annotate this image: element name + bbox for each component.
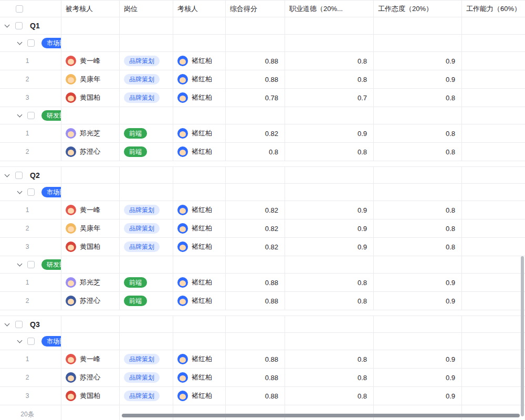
position-cell[interactable]: 品牌策划 (120, 52, 173, 70)
table-row[interactable]: 1 黄一峰 品牌策划 褚红柏 0.88 0.8 0.9 (0, 350, 525, 369)
chevron-down-icon[interactable] (5, 172, 10, 177)
chevron-down-icon[interactable] (17, 261, 23, 267)
score-cell[interactable]: 0.88 (226, 369, 285, 386)
ethics-cell[interactable]: 0.8 (285, 143, 374, 161)
position-cell[interactable]: 品牌策划 (120, 369, 173, 386)
ethics-cell[interactable]: 0.8 (285, 387, 374, 405)
assessee-cell[interactable]: 郑光芝 (61, 274, 120, 291)
table-row[interactable]: 2 吴康年 品牌策划 褚红柏 0.82 0.9 0.8 (0, 219, 525, 238)
assessor-cell[interactable]: 褚红柏 (173, 369, 226, 386)
ability-cell[interactable] (462, 201, 525, 219)
column-header-assessor[interactable]: 考核人 (173, 1, 226, 17)
table-row[interactable]: 2 苏澄心 品牌策划 褚红柏 0.88 0.8 0.9 (0, 369, 525, 387)
score-cell[interactable]: 0.88 (226, 292, 285, 310)
table-row[interactable]: 2 苏澄心 前端 褚红柏 0.88 0.8 0.9 (0, 292, 525, 310)
attitude-cell[interactable]: 0.9 (374, 274, 462, 291)
table-row[interactable]: 3 黄国柏 品牌策划 褚红柏 0.78 0.7 0.8 (0, 89, 525, 107)
position-cell[interactable]: 品牌策划 (120, 70, 173, 88)
score-cell[interactable]: 0.82 (226, 238, 285, 256)
ethics-cell[interactable]: 0.7 (285, 89, 374, 107)
ability-cell[interactable] (462, 219, 525, 237)
assessor-cell[interactable]: 褚红柏 (173, 292, 226, 310)
score-cell[interactable]: 0.88 (226, 350, 285, 368)
subgroup-row-rnd[interactable]: 研发部 (0, 107, 525, 124)
score-cell[interactable]: 0.88 (226, 52, 285, 70)
subgroup-checkbox[interactable] (27, 338, 35, 345)
table-row[interactable]: 3 黄国柏 品牌策划 褚红柏 0.82 0.9 0.8 (0, 238, 525, 256)
attitude-cell[interactable]: 0.8 (374, 201, 462, 219)
attitude-cell[interactable]: 0.9 (374, 369, 462, 386)
ethics-cell[interactable]: 0.9 (285, 219, 374, 237)
ability-cell[interactable] (462, 143, 525, 161)
table-row[interactable]: 1 黄一峰 品牌策划 褚红柏 0.88 0.8 0.9 (0, 52, 525, 70)
subgroup-row-rnd[interactable]: 研发部 (0, 256, 525, 274)
group-checkbox[interactable] (15, 321, 23, 328)
position-cell[interactable]: 品牌策划 (120, 350, 173, 368)
chevron-down-icon[interactable] (17, 40, 23, 45)
ethics-cell[interactable]: 0.8 (285, 369, 374, 386)
assessee-cell[interactable]: 黄一峰 (61, 350, 120, 368)
score-cell[interactable]: 0.82 (226, 201, 285, 219)
ability-cell[interactable] (462, 52, 525, 70)
ability-cell[interactable] (462, 350, 525, 368)
position-cell[interactable]: 前端 (120, 274, 173, 291)
group-checkbox[interactable] (15, 172, 23, 179)
assessee-cell[interactable]: 黄国柏 (61, 387, 120, 405)
assessee-cell[interactable]: 苏澄心 (61, 369, 120, 386)
score-cell[interactable]: 0.8 (226, 143, 285, 161)
column-header-assessee[interactable]: 被考核人 (61, 1, 120, 17)
ethics-cell[interactable]: 0.9 (285, 238, 374, 256)
attitude-cell[interactable]: 0.9 (374, 52, 462, 70)
assessor-cell[interactable]: 褚红柏 (173, 143, 226, 161)
subgroup-checkbox[interactable] (27, 261, 35, 268)
table-row[interactable]: 1 郑光芝 前端 褚红柏 0.88 0.8 0.9 (0, 274, 525, 292)
column-header-score[interactable]: 综合得分 (226, 1, 285, 17)
column-header-ability[interactable]: 工作能力（60%） (462, 1, 525, 17)
attitude-cell[interactable]: 0.8 (374, 219, 462, 237)
attitude-cell[interactable]: 0.8 (374, 89, 462, 107)
subgroup-row-marketing[interactable]: 市场部 (0, 333, 525, 350)
assessee-cell[interactable]: 吴康年 (61, 70, 120, 88)
subgroup-checkbox[interactable] (27, 112, 35, 119)
group-checkbox[interactable] (15, 22, 23, 29)
score-cell[interactable]: 0.82 (226, 219, 285, 237)
column-header-position[interactable]: 岗位 (120, 1, 173, 17)
attitude-cell[interactable]: 0.9 (374, 70, 462, 88)
table-row[interactable]: 2 吴康年 品牌策划 褚红柏 0.88 0.8 0.9 (0, 70, 525, 89)
assessee-cell[interactable]: 黄国柏 (61, 89, 120, 107)
position-cell[interactable]: 品牌策划 (120, 387, 173, 405)
group-row-q1[interactable]: Q1 (0, 17, 525, 35)
subgroup-checkbox[interactable] (27, 188, 35, 196)
assessor-cell[interactable]: 褚红柏 (173, 201, 226, 219)
position-cell[interactable]: 前端 (120, 292, 173, 310)
score-cell[interactable]: 0.88 (226, 70, 285, 88)
table-row[interactable]: 3 黄国柏 品牌策划 褚红柏 0.88 0.8 0.9 (0, 387, 525, 405)
chevron-down-icon[interactable] (17, 189, 23, 194)
score-cell[interactable]: 0.88 (226, 274, 285, 291)
assessor-cell[interactable]: 褚红柏 (173, 238, 226, 256)
score-cell[interactable]: 0.78 (226, 89, 285, 107)
subgroup-checkbox[interactable] (27, 39, 35, 47)
subgroup-row-marketing[interactable]: 市场部 (0, 35, 525, 52)
table-row[interactable]: 2 苏澄心 前端 褚红柏 0.8 0.8 0.8 (0, 143, 525, 161)
assessee-cell[interactable]: 吴康年 (61, 219, 120, 237)
assessor-cell[interactable]: 褚红柏 (173, 52, 226, 70)
assessee-cell[interactable]: 郑光芝 (61, 124, 120, 142)
group-row-q3[interactable]: Q3 (0, 316, 525, 333)
column-header-ethics[interactable]: 职业道德（20%... (285, 1, 374, 17)
ability-cell[interactable] (462, 369, 525, 386)
position-cell[interactable]: 品牌策划 (120, 238, 173, 256)
attitude-cell[interactable]: 0.8 (374, 143, 462, 161)
group-row-q2[interactable]: Q2 (0, 166, 525, 184)
position-cell[interactable]: 品牌策划 (120, 201, 173, 219)
assessor-cell[interactable]: 褚红柏 (173, 219, 226, 237)
assessor-cell[interactable]: 褚红柏 (173, 274, 226, 291)
horizontal-scrollbar[interactable] (122, 414, 520, 417)
assessee-cell[interactable]: 苏澄心 (61, 292, 120, 310)
position-cell[interactable]: 品牌策划 (120, 89, 173, 107)
chevron-down-icon[interactable] (5, 23, 10, 28)
ethics-cell[interactable]: 0.8 (285, 70, 374, 88)
assessor-cell[interactable]: 褚红柏 (173, 70, 226, 88)
assessor-cell[interactable]: 褚红柏 (173, 124, 226, 142)
ability-cell[interactable] (462, 274, 525, 291)
